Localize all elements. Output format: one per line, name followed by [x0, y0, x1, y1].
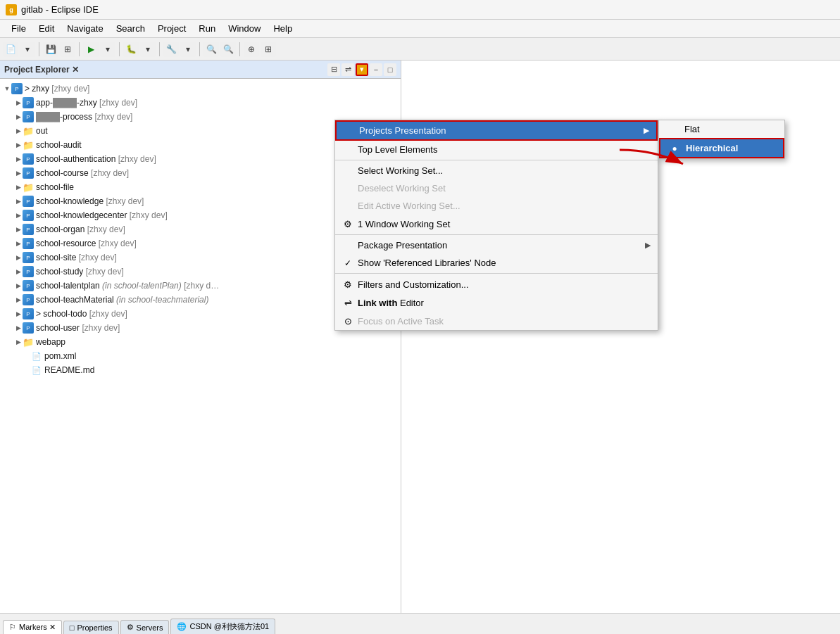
ctx-flat[interactable]: Flat: [659, 120, 784, 138]
project-icon-talentplan: P: [23, 280, 34, 291]
menu-search[interactable]: Search: [111, 22, 151, 35]
toolbar-sep-5: [199, 42, 200, 56]
toolbar-sep-3: [119, 42, 120, 56]
toolbar-dropdown[interactable]: ▾: [20, 42, 35, 57]
ctx-label-select-working-set: Select Working Set...: [358, 165, 651, 176]
bottom-tabs-bar: ⚐ Markers ✕ □ Properties ⚙ Servers 🌐 CSD…: [0, 613, 840, 634]
toolbar-save-all[interactable]: ⊞: [60, 42, 75, 57]
ctx-hierarchical[interactable]: ● Hierarchical: [659, 138, 784, 158]
toolbar-btn-5[interactable]: 🔧: [163, 42, 179, 57]
project-icon-authentication: P: [23, 153, 34, 165]
toolbar-sep-6: [239, 42, 240, 56]
pe-header: Project Explorer ✕ ⊟ ⇌ ▾ − □: [0, 61, 401, 79]
filter-icon: ⚙: [342, 279, 353, 290]
ctx-top-level-elements[interactable]: Top Level Elements ▶: [335, 141, 658, 158]
tree-item-root[interactable]: ▼ P > zhxy [zhxy dev]: [0, 82, 401, 96]
pe-link-editor[interactable]: ⇌: [341, 63, 354, 76]
tree-arrow-site: ▶: [14, 253, 23, 262]
tree-arrow-file: ▶: [14, 183, 23, 191]
toolbar-debug-dropdown[interactable]: ▾: [140, 42, 156, 57]
ctx-arrow-package: ▶: [645, 241, 651, 250]
ctx-show-ref-libraries[interactable]: ✓ Show 'Referenced Libraries' Node: [335, 254, 658, 272]
project-icon-organ: P: [23, 224, 34, 235]
toolbar-sep-2: [79, 42, 80, 56]
project-icon-process: P: [23, 111, 34, 122]
toolbar-new[interactable]: 📄: [3, 42, 18, 57]
ctx-projects-presentation[interactable]: Projects Presentation ▶: [335, 120, 658, 141]
app-icon: g: [6, 4, 17, 15]
toolbar-debug[interactable]: 🐛: [123, 42, 139, 57]
csdn-icon: 🌐: [177, 622, 187, 631]
tab-markers[interactable]: ⚐ Markers ✕: [3, 620, 62, 634]
ctx-package-presentation[interactable]: Package Presentation ▶: [335, 236, 658, 254]
tree-item-pom[interactable]: ▶ 📄 pom.xml: [0, 349, 401, 363]
toolbar-btn-6[interactable]: ▾: [180, 42, 196, 57]
tree-label-study: school-study [zhxy dev]: [36, 267, 124, 277]
toolbar-btn-10[interactable]: ⊞: [261, 42, 276, 57]
pe-view-menu-dropdown[interactable]: ▾: [356, 63, 368, 76]
tab-servers[interactable]: ⚙ Servers: [120, 620, 170, 634]
tree-label-authentication: school-authentication [zhxy dev]: [36, 154, 156, 164]
servers-icon: ⚙: [127, 623, 134, 632]
menu-help[interactable]: Help: [268, 22, 298, 35]
menu-run[interactable]: Run: [193, 22, 221, 35]
menu-bar: File Edit Navigate Search Project Run Wi…: [0, 20, 840, 38]
menu-project[interactable]: Project: [152, 22, 192, 35]
tree-label-todo: > school-todo [zhxy dev]: [36, 309, 127, 319]
ctx-check-ref-libraries: ✓: [342, 258, 353, 268]
toolbar-run[interactable]: ▶: [83, 42, 99, 57]
ctx-window-working-set[interactable]: ⚙ 1 Window Working Set: [335, 215, 658, 233]
menu-navigate[interactable]: Navigate: [61, 22, 108, 35]
toolbar-run-dropdown[interactable]: ▾: [100, 42, 115, 57]
ctx-focus-active-task[interactable]: ⊙ Focus on Active Task: [335, 312, 658, 330]
folder-icon-out: 📁: [23, 125, 34, 137]
ctx-deselect-working-set[interactable]: Deselect Working Set: [335, 179, 658, 197]
menu-edit[interactable]: Edit: [33, 22, 60, 35]
project-icon-root: P: [11, 83, 23, 94]
title-text: gitlab - Eclipse IDE: [21, 4, 99, 15]
link-icon: ⇌: [342, 297, 353, 308]
ctx-arrow-projects: ▶: [644, 126, 649, 135]
toolbar-btn-9[interactable]: ⊕: [244, 42, 259, 57]
toolbar-btn-7[interactable]: 🔍: [203, 42, 219, 57]
ctx-label-focus-active-task: Focus on Active Task: [358, 316, 651, 326]
tree-label-site: school-site [zhxy dev]: [36, 253, 117, 262]
ctx-check-hierarchical: ●: [667, 144, 682, 153]
tab-csdn[interactable]: 🌐 CSDN @利快德方法01: [170, 619, 275, 634]
file-icon-readme: 📄: [31, 364, 42, 376]
ctx-filters-customization[interactable]: ⚙ Filters and Customization...: [335, 275, 658, 293]
pe-minimize[interactable]: −: [370, 63, 382, 76]
tree-label-readme: README.md: [44, 365, 94, 375]
menu-file[interactable]: File: [6, 22, 32, 35]
tree-item-readme[interactable]: ▶ 📄 README.md: [0, 363, 401, 377]
project-icon-user: P: [23, 322, 34, 334]
tree-label-course: school-course [zhxy dev]: [36, 168, 129, 178]
tree-label-root: > zhxy [zhxy dev]: [25, 84, 89, 94]
properties-icon: □: [70, 623, 75, 632]
toolbar-btn-8[interactable]: 🔍: [220, 42, 236, 57]
tab-properties[interactable]: □ Properties: [63, 621, 119, 634]
tree-arrow-todo: ▶: [14, 310, 23, 318]
pe-toolbar: ⊟ ⇌ ▾ − □: [327, 63, 396, 76]
tree-arrow-authentication: ▶: [14, 155, 23, 163]
folder-icon-file: 📁: [23, 182, 34, 193]
tree-label-knowledgecenter: school-knowledgecenter [zhxy dev]: [36, 210, 168, 220]
pe-maximize[interactable]: □: [384, 63, 396, 76]
markers-label: Markers ✕: [19, 623, 56, 632]
folder-icon-audit: 📁: [23, 139, 34, 151]
toolbar-save[interactable]: 💾: [43, 42, 58, 57]
tree-item-webapp[interactable]: ▶ 📁 webapp: [0, 335, 401, 349]
tree-item-app[interactable]: ▶ P app-████-zhxy [zhxy dev]: [0, 96, 401, 110]
ctx-edit-active-working-set[interactable]: Edit Active Working Set...: [335, 197, 658, 215]
menu-window[interactable]: Window: [222, 22, 266, 35]
context-menu: Projects Presentation ▶ Top Level Elemen…: [334, 120, 658, 331]
tree-label-organ: school-organ [zhxy dev]: [36, 224, 125, 234]
project-icon-resource: P: [23, 238, 34, 249]
tree-label-pom: pom.xml: [44, 351, 76, 361]
tree-label-webapp: webapp: [36, 337, 65, 347]
pe-collapse-all[interactable]: ⊟: [327, 63, 340, 76]
ctx-link-with-editor[interactable]: ⇌ Link with Editor: [335, 293, 658, 312]
tree-arrow-knowledge: ▶: [14, 197, 23, 205]
markers-icon: ⚐: [9, 623, 16, 632]
ctx-select-working-set[interactable]: Select Working Set...: [335, 162, 658, 179]
